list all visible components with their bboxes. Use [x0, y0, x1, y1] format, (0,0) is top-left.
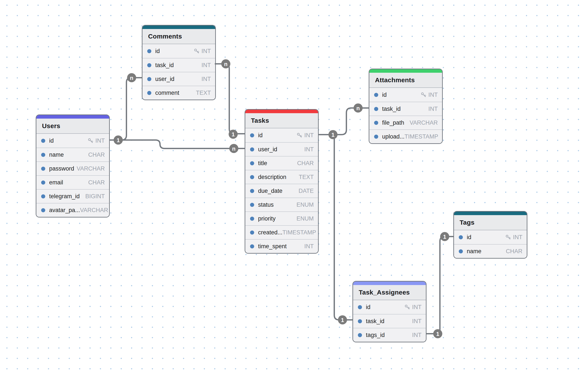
field-type: VARCHAR — [77, 165, 105, 172]
cardinality-label: n — [224, 61, 228, 67]
table-tags[interactable]: TagsidINTnameCHAR — [453, 211, 527, 259]
field-indicator-dot — [41, 153, 45, 157]
field-row-upload[interactable]: upload...TIMESTAMP — [369, 130, 442, 143]
table-users[interactable]: UsersidINTnameCHARpasswordVARCHARemailCH… — [36, 115, 110, 217]
primary-key-icon — [194, 48, 200, 54]
field-row-task_id[interactable]: task_idINT — [369, 102, 442, 116]
field-type-group: INT — [421, 92, 438, 98]
cardinality-bubble — [433, 329, 442, 338]
field-name: name — [49, 152, 64, 158]
table-task_assignees[interactable]: Task_AssigneesidINTtask_idINTtags_idINT — [352, 281, 427, 342]
relationship-line — [110, 78, 142, 140]
cardinality-label: n — [130, 75, 133, 81]
field-row-avatar_pa[interactable]: avatar_pa...VARCHAR — [36, 203, 109, 217]
field-row-id[interactable]: idINT — [369, 88, 442, 102]
field-row-description[interactable]: descriptionTEXT — [245, 170, 318, 184]
field-row-password[interactable]: passwordVARCHAR — [36, 161, 109, 175]
primary-key-icon — [505, 234, 511, 240]
diagram-canvas[interactable]: CommentsidINTtask_idINTuser_idINTcomment… — [0, 0, 588, 377]
field-name: file_path — [382, 119, 404, 126]
field-row-time_spent[interactable]: time_spentINT — [245, 239, 318, 253]
cardinality-bubble — [127, 73, 136, 82]
field-row-telegram_id[interactable]: telegram_idBIGINT — [36, 189, 109, 203]
cardinality-label: 1 — [232, 131, 235, 138]
field-row-task_id[interactable]: task_idINT — [143, 58, 215, 72]
field-type: TIMESTAMP — [283, 229, 316, 236]
table-header-color-bar — [245, 110, 318, 113]
field-type-group: INT — [297, 132, 314, 139]
cardinality-label: n — [356, 105, 360, 111]
cardinality-label: 1 — [443, 234, 446, 240]
cardinality-bubble — [114, 135, 123, 145]
field-type: INT — [202, 62, 211, 69]
field-row-name[interactable]: nameCHAR — [454, 244, 527, 258]
field-type: DATE — [299, 188, 314, 194]
field-name: id — [49, 137, 54, 144]
field-indicator-dot — [147, 91, 151, 95]
table-tasks[interactable]: TasksidINTuser_idINTtitleCHARdescription… — [245, 109, 319, 254]
field-indicator-dot — [358, 319, 362, 323]
field-type-group: TEXT — [196, 90, 211, 96]
field-row-due_date[interactable]: due_dateDATE — [245, 184, 318, 198]
field-name: task_id — [366, 318, 384, 325]
field-type: INT — [428, 106, 438, 112]
field-row-title[interactable]: titleCHAR — [245, 156, 318, 170]
field-row-tags_id[interactable]: tags_idINT — [353, 328, 426, 342]
table-title: Tasks — [245, 113, 318, 128]
field-row-email[interactable]: emailCHAR — [36, 175, 109, 189]
cardinality-label: 1 — [341, 317, 344, 323]
cardinality-label: 1 — [117, 137, 120, 143]
table-comments[interactable]: CommentsidINTtask_idINTuser_idINTcomment… — [142, 25, 216, 100]
field-name: description — [258, 174, 287, 180]
field-type: INT — [304, 132, 314, 139]
field-indicator-dot — [374, 93, 378, 97]
relationship-line — [215, 64, 245, 134]
field-row-priority[interactable]: priorityENUM — [245, 212, 318, 225]
table-title: Attachments — [369, 73, 442, 88]
field-row-file_path[interactable]: file_pathVARCHAR — [369, 116, 442, 130]
cardinality-bubble — [221, 59, 230, 68]
table-title: Users — [36, 118, 109, 134]
field-indicator-dot — [41, 194, 45, 199]
field-row-user_id[interactable]: user_idINT — [143, 72, 215, 86]
field-row-id[interactable]: idINT — [245, 128, 318, 142]
table-title: Tags — [454, 215, 527, 230]
field-indicator-dot — [250, 189, 254, 193]
field-row-id[interactable]: idINT — [454, 230, 527, 244]
field-row-created[interactable]: created...TIMESTAMP — [245, 225, 318, 239]
field-indicator-dot — [250, 161, 254, 165]
field-name: tags_id — [366, 332, 385, 339]
table-attachments[interactable]: AttachmentsidINTtask_idINTfile_pathVARCH… — [369, 69, 443, 144]
field-type-group: INT — [412, 332, 422, 339]
field-name: name — [467, 248, 481, 255]
field-row-status[interactable]: statusENUM — [245, 198, 318, 212]
field-row-id[interactable]: idINT — [353, 300, 426, 314]
field-type-group: BIGINT — [85, 193, 105, 200]
field-type-group: INT — [194, 48, 211, 55]
field-row-id[interactable]: idINT — [143, 44, 215, 58]
field-row-name[interactable]: nameCHAR — [36, 148, 109, 161]
field-type-group: INT — [304, 146, 314, 153]
field-indicator-dot — [41, 180, 45, 185]
relationship-line — [110, 140, 245, 148]
field-indicator-dot — [250, 217, 254, 221]
field-type: VARCHAR — [80, 207, 108, 214]
field-row-task_id[interactable]: task_idINT — [353, 314, 426, 328]
field-row-comment[interactable]: commentTEXT — [143, 86, 215, 100]
field-name: comment — [155, 90, 179, 96]
field-type: CHAR — [297, 160, 314, 167]
relationship-line — [427, 236, 453, 334]
primary-key-icon — [297, 132, 302, 138]
field-type-group: INT — [304, 243, 314, 250]
field-name: upload... — [382, 133, 405, 140]
table-header-color-bar — [353, 282, 426, 285]
cardinality-bubble — [114, 135, 123, 145]
table-title: Task_Assignees — [353, 285, 426, 300]
field-row-id[interactable]: idINT — [36, 134, 109, 148]
field-indicator-dot — [358, 305, 362, 309]
field-type-group: INT — [202, 62, 211, 69]
table-header-color-bar — [143, 25, 215, 29]
field-row-user_id[interactable]: user_idINT — [245, 142, 318, 156]
primary-key-icon — [88, 138, 94, 144]
field-name: created... — [258, 229, 283, 236]
